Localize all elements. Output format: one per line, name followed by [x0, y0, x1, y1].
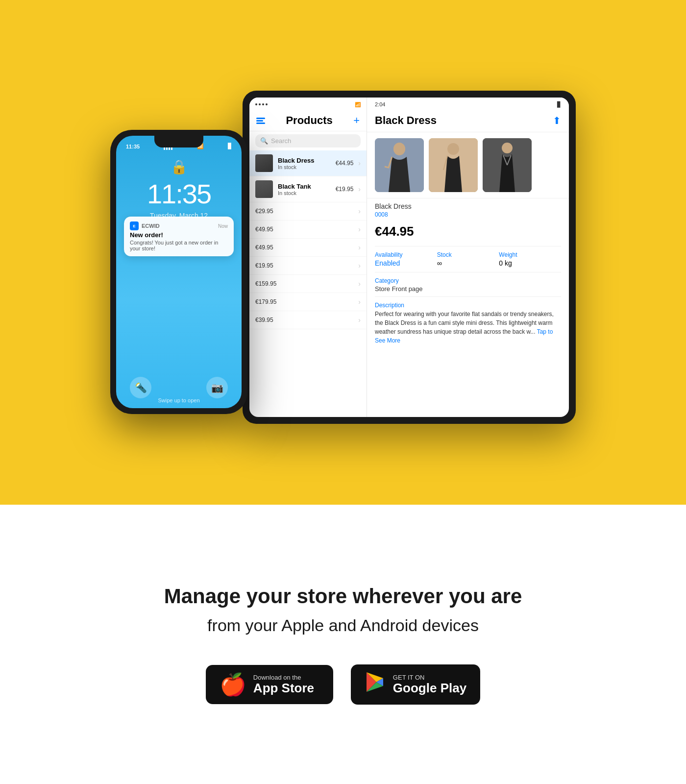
detail-availability-row: Availability Enabled Stock ∞ Weight 0 kg: [367, 248, 569, 270]
iphone-bottom-controls: 🔦 📷: [116, 377, 242, 398]
chevron-right-icon: ›: [358, 298, 361, 306]
product-image-2[interactable]: [429, 138, 478, 192]
product-list-item[interactable]: €49.95 ›: [249, 220, 367, 239]
lock-icon: 🔒: [171, 159, 188, 175]
product-price: €49.95: [255, 244, 273, 251]
tablet-products-header: Products +: [249, 111, 367, 131]
availability-label: Availability: [375, 251, 437, 258]
notification-app: E ECWID: [130, 221, 160, 230]
google-play-main-text: Google Play: [393, 681, 466, 695]
swipe-hint: Swipe up to open: [158, 397, 199, 403]
add-product-button[interactable]: +: [353, 115, 360, 126]
search-icon: 🔍: [260, 137, 268, 145]
product-price: €44.95: [336, 160, 354, 167]
product-info: Black Dress In stock: [278, 157, 331, 170]
product-image-3[interactable]: [483, 138, 532, 192]
chevron-right-icon: ›: [358, 244, 361, 251]
battery-icon: ▊: [228, 143, 232, 149]
detail-product-title: Black Dress: [375, 114, 437, 127]
product-list-item[interactable]: Black Tank In stock €19.95 ›: [249, 176, 367, 202]
products-title: Products: [286, 114, 332, 127]
weight-col: Weight 0 kg: [499, 251, 561, 267]
divider: [375, 272, 561, 272]
app-store-button[interactable]: 🍎 Download on the App Store: [206, 665, 333, 704]
notification-time: Now: [218, 223, 228, 229]
weight-value: 0 kg: [499, 259, 561, 267]
google-play-text: GET IT ON Google Play: [393, 674, 466, 695]
notification-body: Congrats! You just got a new order in yo…: [130, 240, 228, 251]
google-play-button[interactable]: GET IT ON Google Play: [351, 664, 480, 705]
tablet-device: 📶 Products + 🔍: [243, 91, 576, 424]
product-info: Black Tank In stock: [278, 183, 331, 196]
products-search[interactable]: 🔍 Search: [255, 134, 361, 147]
product-price: €39.95: [255, 317, 273, 323]
apple-icon: 🍎: [220, 672, 246, 697]
iphone-screen: 11:35 📶 ▊ 🔒 11:35 Tuesday, March 12: [116, 136, 242, 408]
product-price: €19.95: [255, 262, 273, 269]
google-play-top-text: GET IT ON: [393, 674, 466, 681]
tablet-signal: [255, 103, 268, 105]
description-text: Perfect for wearing with your favorite f…: [367, 310, 569, 345]
search-placeholder: Search: [271, 137, 291, 145]
product-price: €159.95: [255, 280, 276, 287]
bottom-subline: from your Apple and Android devices: [207, 616, 479, 635]
camera-icon[interactable]: 📷: [206, 377, 228, 398]
ecwid-app-icon: E: [130, 221, 139, 230]
flashlight-icon[interactable]: 🔦: [130, 377, 151, 398]
availability-col: Availability Enabled: [375, 251, 437, 267]
stock-col: Stock ∞: [437, 251, 499, 267]
stock-value: ∞: [437, 259, 499, 267]
svg-point-6: [502, 143, 513, 153]
iphone-device: 11:35 📶 ▊ 🔒 11:35 Tuesday, March 12: [110, 130, 247, 414]
product-list-item[interactable]: €49.95 ›: [249, 239, 367, 257]
detail-name: Black Dress: [367, 198, 569, 211]
chevron-right-icon: ›: [358, 316, 361, 324]
dress-image-svg: [375, 138, 424, 192]
google-play-icon: [365, 671, 386, 698]
tablet-products-panel: 📶 Products + 🔍: [249, 98, 367, 417]
product-list-item[interactable]: €179.95 ›: [249, 293, 367, 311]
description-label: Description: [367, 299, 569, 310]
chevron-right-icon: ›: [358, 225, 361, 233]
notification-header: E ECWID Now: [130, 221, 228, 230]
weight-label: Weight: [499, 251, 561, 258]
tablet-screen: 📶 Products + 🔍: [249, 98, 569, 417]
product-image-1[interactable]: [375, 138, 424, 192]
product-stock: In stock: [278, 190, 331, 196]
product-list-item[interactable]: €159.95 ›: [249, 275, 367, 293]
chevron-right-icon: ›: [358, 207, 361, 215]
share-icon[interactable]: ⬆: [553, 115, 561, 126]
notification-title: New order!: [130, 231, 228, 239]
product-thumbnail: [255, 154, 273, 172]
iphone-notch: [154, 136, 203, 147]
product-price: €29.95: [255, 208, 273, 215]
iphone-lock-time: 11:35: [147, 178, 211, 210]
product-thumbnail: [255, 180, 273, 198]
detail-sku: 0008: [367, 211, 569, 222]
tablet-wifi-icon: 📶: [355, 102, 361, 107]
product-price: €179.95: [255, 298, 276, 305]
divider: [375, 296, 561, 297]
product-stock: In stock: [278, 164, 331, 170]
store-buttons-row: 🍎 Download on the App Store GET IT ON Go…: [206, 664, 480, 705]
product-list-item[interactable]: €39.95 ›: [249, 311, 367, 329]
chevron-right-icon: ›: [358, 280, 361, 288]
tablet-status-bar: 📶: [249, 98, 367, 111]
google-play-svg: [365, 671, 386, 693]
bottom-section: Manage your store wherever you are from …: [0, 505, 686, 784]
detail-header: Black Dress ⬆: [367, 111, 569, 132]
battery-icon: ▊: [557, 101, 561, 108]
hero-section: 📶 Products + 🔍: [0, 0, 686, 505]
tablet-detail-panel: 2:04 ▊ Black Dress ⬆: [367, 98, 569, 417]
chevron-right-icon: ›: [358, 185, 361, 193]
product-list-item[interactable]: €19.95 ›: [249, 257, 367, 275]
chevron-right-icon: ›: [358, 262, 361, 270]
product-images-row: [367, 132, 569, 198]
svg-point-2: [393, 143, 405, 155]
product-list-item[interactable]: Black Dress In stock €44.95 ›: [249, 150, 367, 176]
stock-label: Stock: [437, 251, 499, 258]
chevron-right-icon: ›: [358, 159, 361, 167]
notification-app-name: ECWID: [142, 223, 160, 229]
menu-icon: [256, 118, 265, 124]
product-list-item[interactable]: €29.95 ›: [249, 202, 367, 220]
